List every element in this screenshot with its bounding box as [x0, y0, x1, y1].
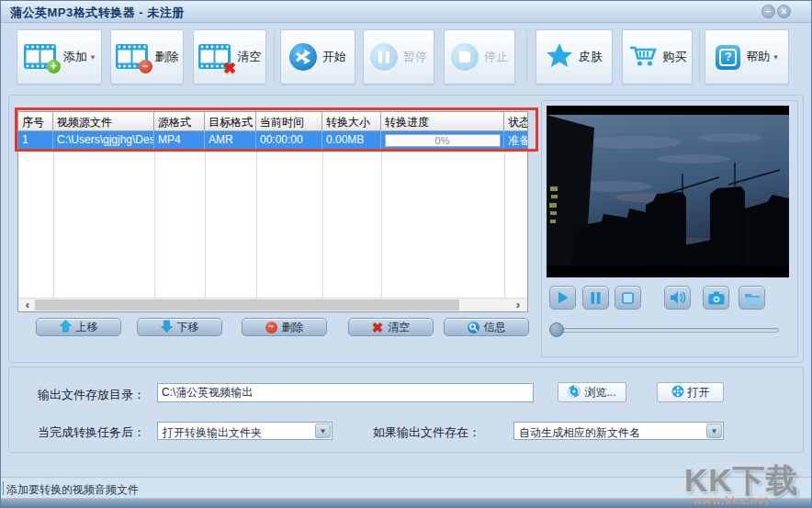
add-button[interactable]: + 添加 ▾: [17, 29, 102, 85]
file-exists-dropdown-arrow-icon[interactable]: ▼: [706, 423, 722, 438]
app-window: 蒲公英MP3格式转换器 - 未注册 − × + 添加 ▾ − 删除 ✖ 清空 开…: [0, 0, 812, 508]
table-row[interactable]: 1 C:\Users\gjgjhg\Desk... MP4 AMR 00:00:…: [18, 131, 527, 149]
player-pause-button[interactable]: [582, 286, 609, 310]
move-down-label: 下移: [177, 320, 199, 335]
start-label: 开始: [322, 49, 346, 65]
volume-button[interactable]: [664, 286, 691, 310]
move-down-button[interactable]: 下移: [137, 318, 222, 336]
cell-status[interactable]: 准备: [504, 131, 528, 149]
film-reel-icon: [671, 385, 684, 401]
horizontal-scrollbar[interactable]: ‹ ›: [18, 298, 527, 311]
toolbar-separator: [526, 31, 527, 83]
buy-label: 购买: [663, 49, 687, 65]
col-header-target-format[interactable]: 目标格式: [205, 112, 256, 131]
clear-list-button[interactable]: ✖ 清空: [348, 318, 434, 336]
scroll-right-arrow[interactable]: ›: [511, 299, 525, 311]
info-button[interactable]: 信息: [444, 318, 529, 336]
titlebar[interactable]: 蒲公英MP3格式转换器 - 未注册 − ×: [1, 1, 811, 23]
after-task-dropdown-arrow-icon[interactable]: ▼: [315, 423, 331, 438]
down-arrow-icon: [161, 320, 173, 335]
help-button[interactable]: ? 帮助 ▾: [705, 29, 789, 85]
file-exists-value: 自动生成相应的新文件名: [514, 423, 723, 441]
cell-target-format[interactable]: AMR: [205, 131, 256, 149]
watermark-url: www.kkx.net: [693, 494, 769, 507]
col-header-source-format[interactable]: 源格式: [154, 112, 205, 131]
seek-slider-thumb[interactable]: [549, 322, 564, 337]
play-button[interactable]: [549, 286, 576, 310]
cart-icon: [628, 42, 658, 72]
scroll-thumb[interactable]: [35, 299, 459, 310]
seek-slider-track[interactable]: [556, 328, 779, 333]
video-frame-image: [547, 106, 789, 277]
pause-button[interactable]: 暂停: [363, 29, 434, 85]
browse-label: 浏览...: [584, 385, 615, 401]
file-exists-label: 如果输出文件存在：: [373, 424, 480, 441]
move-up-label: 上移: [76, 320, 98, 335]
open-label: 打开: [688, 385, 710, 401]
cell-source-format[interactable]: MP4: [154, 131, 205, 149]
cell-converted-size[interactable]: 0.00MB: [322, 131, 381, 149]
stop-icon: [622, 292, 634, 304]
minimize-icon: −: [766, 6, 772, 17]
cell-progress[interactable]: 0%: [381, 131, 504, 149]
file-exists-select[interactable]: 自动生成相应的新文件名 ▼: [513, 422, 724, 440]
start-icon: [289, 43, 317, 71]
plus-badge-icon: +: [47, 60, 61, 73]
close-button[interactable]: ×: [777, 5, 791, 18]
start-button[interactable]: 开始: [280, 29, 355, 85]
browse-button[interactable]: 浏览...: [558, 382, 626, 402]
delete-label: 删除: [155, 49, 179, 65]
cross-badge-icon: ✖: [223, 62, 237, 75]
file-table[interactable]: 序号 视频源文件 源格式 目标格式 当前时间 转换大小 转换进度 状态 1 C:…: [17, 111, 528, 312]
scroll-left-arrow[interactable]: ‹: [20, 299, 35, 311]
stop-label: 停止: [484, 49, 508, 65]
add-dropdown-arrow-icon: ▾: [91, 52, 96, 62]
skin-button[interactable]: 皮肤: [536, 29, 613, 85]
move-up-button[interactable]: 上移: [36, 318, 121, 336]
col-header-current-time[interactable]: 当前时间: [256, 112, 322, 131]
clear-list-label: 清空: [388, 320, 410, 335]
pause-icon: [591, 292, 601, 304]
col-header-index[interactable]: 序号: [18, 112, 53, 131]
skin-label: 皮肤: [579, 49, 603, 65]
add-label: 添加: [63, 49, 87, 65]
minimize-button[interactable]: −: [761, 5, 775, 18]
film-add-icon: +: [24, 44, 58, 70]
cell-current-time[interactable]: 00:00:00: [256, 131, 322, 149]
folder-icon: [744, 291, 761, 305]
player-stop-button[interactable]: [615, 286, 641, 310]
delete-button[interactable]: − 删除: [110, 29, 184, 85]
clear-button[interactable]: ✖ 清空: [193, 29, 266, 85]
remove-button[interactable]: − 删除: [242, 318, 327, 336]
col-header-status[interactable]: 状态: [504, 112, 528, 131]
cell-source-path[interactable]: C:\Users\gjgjhg\Desk...: [53, 131, 154, 149]
after-task-select[interactable]: 打开转换输出文件夹 ▼: [157, 422, 333, 440]
progress-bar: 0%: [385, 134, 501, 147]
minus-circle-icon: −: [265, 322, 277, 333]
pause-label: 暂停: [403, 49, 427, 65]
remove-label: 删除: [282, 320, 304, 335]
question-mark-icon: ?: [719, 49, 737, 66]
clear-label: 清空: [238, 49, 262, 65]
col-header-size[interactable]: 转换大小: [322, 112, 381, 131]
pause-icon: [370, 43, 398, 71]
output-dir-input[interactable]: [157, 383, 534, 402]
stop-button[interactable]: 停止: [444, 29, 515, 85]
star-icon: [546, 42, 573, 72]
toolbar-separator: [699, 31, 700, 83]
buy-button[interactable]: 购买: [622, 29, 693, 85]
close-icon: ×: [782, 6, 787, 17]
snapshot-button[interactable]: [703, 286, 729, 310]
statusbar-divider: [3, 481, 4, 495]
after-task-value: 打开转换输出文件夹: [158, 423, 332, 441]
help-dropdown-arrow-icon: ▾: [773, 52, 778, 62]
speaker-icon: [670, 290, 686, 305]
cell-index[interactable]: 1: [18, 131, 53, 149]
open-output-button[interactable]: 打开: [657, 382, 724, 402]
aperture-icon: [568, 385, 581, 401]
open-folder-button[interactable]: [739, 286, 765, 310]
col-header-progress[interactable]: 转换进度: [381, 112, 504, 131]
film-delete-icon: −: [116, 44, 150, 70]
info-label: 信息: [484, 320, 506, 335]
col-header-source[interactable]: 视频源文件: [53, 112, 154, 131]
